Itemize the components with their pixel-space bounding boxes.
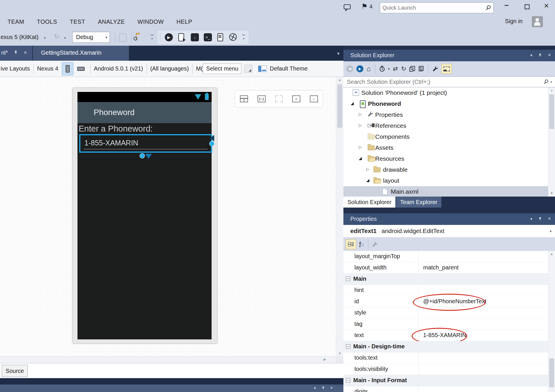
search-options-dropdown-icon[interactable]: ▾ [550, 80, 552, 84]
window-position-dropdown-icon[interactable]: ▾ [530, 217, 532, 221]
scrollbar-thumb[interactable] [337, 84, 342, 128]
quick-launch-box[interactable] [380, 2, 494, 13]
menu-split-button[interactable] [244, 65, 252, 73]
minimize-button[interactable]: – [504, 1, 508, 10]
pin-icon[interactable] [538, 217, 542, 221]
collapse-arrow-icon[interactable]: ◢ [359, 156, 362, 160]
categorized-view-button-active[interactable] [346, 239, 356, 249]
scrollbar-thumb[interactable] [549, 94, 554, 129]
start-debugging-icon[interactable]: ▶ [165, 33, 173, 41]
home-icon[interactable]: ⌂ [367, 65, 371, 73]
show-all-files-button-active[interactable] [441, 64, 452, 74]
collapse-section-icon[interactable] [346, 277, 350, 281]
scroll-up-icon[interactable]: ▲ [548, 88, 555, 92]
design-canvas[interactable]: Phoneword Enter a Phoneword: 1-855-XAMAR… [0, 77, 336, 356]
notification-count[interactable]: 4 [369, 3, 373, 10]
refresh-dropdown-icon[interactable]: ▾ [64, 36, 66, 40]
attach-icon[interactable] [119, 33, 127, 42]
split-view-icon[interactable] [240, 95, 248, 102]
tab-solution-explorer[interactable]: Solution Explorer [343, 197, 395, 208]
language-button[interactable]: (All languages) [150, 65, 189, 72]
property-row-style[interactable]: style [343, 307, 555, 319]
property-row-tools-text[interactable]: tools:text [343, 352, 555, 364]
scroll-down-icon[interactable]: ▼ [336, 352, 343, 355]
tree-item-phoneword[interactable]: ◢Phoneword [343, 98, 555, 109]
panel-dropdown-icon[interactable]: ▾ [314, 386, 316, 390]
close-tab-icon[interactable]: × [24, 49, 27, 56]
scroll-up-icon[interactable]: ▲ [336, 78, 343, 82]
device-selector[interactable]: exus 5 (KitKat) [1, 34, 38, 40]
scroll-down-icon[interactable]: ▼ [548, 191, 555, 195]
property-row-layout-margintop[interactable]: layout_marginTop [343, 251, 555, 262]
configuration-combobox[interactable]: Debug▾ [72, 32, 110, 43]
close-button[interactable]: × [544, 1, 549, 10]
resize-handle-bottom[interactable] [140, 153, 145, 158]
menu-analyze[interactable]: ANALYZE [98, 19, 125, 25]
deploy-to-device-icon[interactable] [178, 33, 184, 41]
filter-dropdown-icon[interactable]: ▾ [388, 67, 390, 71]
expand-arrow-icon[interactable]: ▷ [359, 145, 362, 149]
search-input[interactable] [343, 78, 543, 86]
tree-item-properties[interactable]: ▷Properties [343, 109, 555, 120]
alphabetical-sort-button[interactable]: AZ↓ [359, 241, 364, 247]
collapse-arrow-icon[interactable]: ◢ [366, 178, 369, 182]
property-row-tools-visibility[interactable]: tools:visibility [343, 364, 555, 375]
tree-item-layout[interactable]: ◢layout [343, 175, 555, 186]
menu-window[interactable]: WINDOW [138, 19, 164, 25]
property-row-layout-width[interactable]: layout_widthmatch_parent [343, 262, 555, 273]
quick-launch-input[interactable] [380, 5, 485, 11]
device-selector-dropdown-icon[interactable]: ▾ [44, 36, 46, 40]
edittext-selected[interactable]: 1-855-XAMARIN [79, 134, 212, 153]
menu-help[interactable]: HELP [177, 19, 192, 25]
refresh-icon[interactable]: ↻ [401, 65, 406, 72]
device-log-icon[interactable] [217, 33, 223, 41]
pending-changes-filter-icon[interactable] [379, 66, 385, 72]
fit-to-window-icon[interactable] [275, 95, 283, 102]
properties-titlebar[interactable]: Properties ▾ × [343, 213, 555, 225]
tab-team-explorer[interactable]: Team Explorer [396, 197, 441, 208]
tab-main-axml-partial[interactable]: nl* × [0, 46, 32, 61]
selection-anchor-bottom-icon[interactable] [145, 154, 152, 159]
toolbar-drag-handle[interactable] [159, 33, 161, 42]
expand-arrow-icon[interactable]: ▷ [359, 112, 362, 117]
close-panel-icon[interactable]: × [330, 385, 333, 391]
phone-screen[interactable]: Phoneword Enter a Phoneword: 1-855-XAMAR… [77, 92, 212, 339]
forward-icon[interactable]: ▶ [356, 65, 363, 72]
scrollbar-thumb[interactable] [549, 358, 554, 387]
close-panel-icon[interactable]: × [548, 216, 551, 222]
alternative-layouts-button[interactable]: ive Layouts [1, 65, 30, 72]
tree-item-components[interactable]: Components [343, 131, 555, 142]
refresh-icon[interactable]: ↻ [54, 32, 62, 40]
property-value[interactable]: match_parent [419, 264, 458, 271]
zoom-in-icon[interactable]: + [292, 95, 300, 102]
selection-anchor-right-icon[interactable] [210, 135, 214, 141]
resize-handle-right[interactable] [209, 141, 214, 146]
maximize-button[interactable] [525, 4, 530, 10]
collapse-section-icon[interactable] [346, 344, 350, 349]
scroll-right-icon[interactable]: ▶ [324, 358, 326, 361]
android-version-button[interactable]: Android 5.0.1 (v21) [94, 65, 143, 72]
properties-wrench-icon[interactable] [432, 66, 438, 72]
find-in-files-icon[interactable] [136, 34, 136, 40]
preview-selected-items-icon[interactable] [418, 66, 424, 72]
designer-horizontal-scrollbar[interactable]: ▶ [0, 356, 336, 363]
zoom-actual-size-icon[interactable]: 1:1 [258, 95, 266, 102]
tab-gettingstarted-xamarin[interactable]: GettingStarted.Xamarin [33, 46, 129, 61]
scroll-up-icon[interactable]: ▲ [548, 252, 555, 256]
android-sdk-manager-icon[interactable]: ↓ [191, 33, 199, 41]
pin-icon[interactable] [13, 50, 18, 55]
menu-tools[interactable]: TOOLS [37, 19, 57, 25]
portrait-orientation-button[interactable] [62, 62, 73, 75]
sign-in-link[interactable]: Sign in [505, 18, 523, 25]
landscape-orientation-button[interactable] [75, 62, 87, 75]
property-row-id[interactable]: id@+id/PhoneNumberText [343, 296, 555, 307]
sync-with-active-document-icon[interactable]: ⇄ [393, 65, 398, 72]
toolbar-overflow-icon[interactable]: ▾ [150, 35, 154, 41]
tree-item-assets[interactable]: ▷Assets [343, 142, 555, 153]
collapse-all-icon[interactable] [409, 66, 415, 72]
tree-item-resources[interactable]: ◢Resources [343, 153, 555, 164]
tree-item-references[interactable]: ▷References [343, 120, 555, 131]
feedback-icon[interactable] [343, 4, 351, 11]
pin-icon[interactable] [538, 53, 542, 57]
tree-item-main-axml[interactable]: Main.axml [343, 186, 555, 197]
